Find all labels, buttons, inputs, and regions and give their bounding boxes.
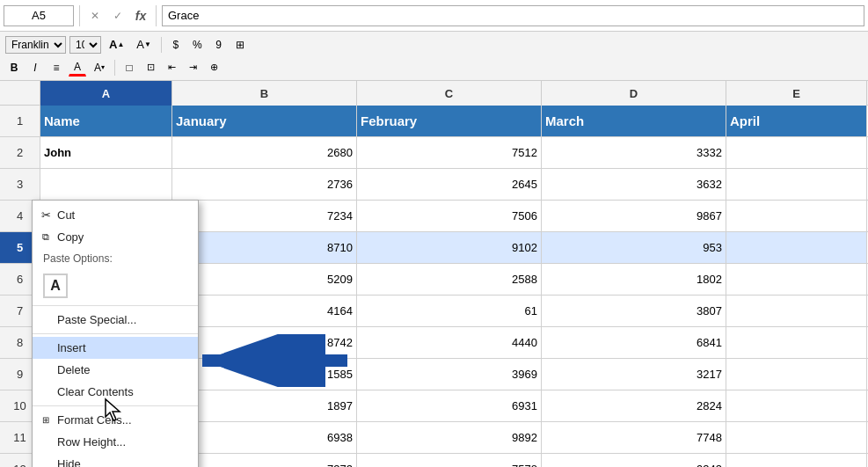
cell-c6[interactable]: 2588 xyxy=(357,264,542,295)
context-menu-paste-special[interactable]: Paste Special... xyxy=(33,309,198,331)
merge-button[interactable]: ⊡ xyxy=(142,59,159,77)
align-button[interactable]: ≡ xyxy=(47,59,65,77)
cell-b7[interactable]: 4164 xyxy=(172,296,357,326)
fill-color-button[interactable]: A▾ xyxy=(90,59,109,77)
col-header-c[interactable]: C xyxy=(357,81,542,106)
row-height-label: Row Height... xyxy=(57,435,126,449)
ribbon-row-2: B I ≡ A A▾ □ ⊡ ⇤ ⇥ ⊕ xyxy=(5,56,863,79)
cell-d9[interactable]: 3217 xyxy=(542,359,726,390)
row-num-1: 1 xyxy=(0,106,40,136)
cell-e7[interactable] xyxy=(726,296,867,326)
cell-d4[interactable]: 9867 xyxy=(542,201,726,231)
context-menu-paste-options-label: Paste Options: xyxy=(33,248,198,269)
border-button[interactable]: □ xyxy=(120,59,138,77)
cell-b4[interactable]: 7234 xyxy=(172,201,357,231)
context-menu-cut[interactable]: ✂ Cut xyxy=(33,204,198,226)
increase-font-button[interactable]: A▲ xyxy=(105,36,128,54)
context-menu-row-height[interactable]: Row Height... xyxy=(33,431,198,453)
cell-e10[interactable] xyxy=(726,390,867,421)
cell-e3[interactable] xyxy=(726,169,867,200)
cell-c11[interactable]: 9892 xyxy=(357,422,542,453)
currency-button[interactable]: $ xyxy=(167,36,185,54)
cell-c3[interactable]: 2645 xyxy=(357,169,542,200)
paste-icon-box: A xyxy=(43,274,68,298)
cell-d3[interactable]: 3632 xyxy=(542,169,726,200)
separator xyxy=(79,5,80,26)
indent-more-button[interactable]: ⇥ xyxy=(184,59,201,77)
cell-d10[interactable]: 2824 xyxy=(542,390,726,421)
comma-button[interactable]: 9 xyxy=(210,36,228,54)
cell-e11[interactable] xyxy=(726,422,867,453)
cell-c12[interactable]: 7578 xyxy=(357,454,542,467)
context-menu-insert[interactable]: Insert xyxy=(33,337,198,359)
indent-less-button[interactable]: ⇤ xyxy=(163,59,180,77)
cell-b1[interactable]: January xyxy=(172,106,357,136)
hide-label: Hide xyxy=(57,457,81,467)
cell-e8[interactable] xyxy=(726,327,867,358)
cell-e6[interactable] xyxy=(726,264,867,295)
cell-e2[interactable] xyxy=(726,137,867,168)
col-header-d[interactable]: D xyxy=(542,81,726,106)
cell-c1[interactable]: February xyxy=(357,106,542,136)
context-menu-paste-icon[interactable]: A xyxy=(33,269,198,303)
cell-a2[interactable]: John xyxy=(40,137,172,168)
font-color-button[interactable]: A xyxy=(69,59,86,77)
cell-b5[interactable]: 8710 xyxy=(172,232,357,263)
cell-d5[interactable]: 953 xyxy=(542,232,726,263)
formula-input[interactable] xyxy=(162,5,864,26)
cell-d1[interactable]: March xyxy=(542,106,726,136)
cell-e9[interactable] xyxy=(726,359,867,390)
spreadsheet: A B C D E 1 Name January February March … xyxy=(0,81,868,467)
fx-button[interactable]: fx xyxy=(131,6,150,26)
cell-a3[interactable] xyxy=(40,169,172,200)
font-name-select[interactable]: Franklin xyxy=(5,36,66,54)
cell-e12[interactable] xyxy=(726,454,867,467)
cell-b2[interactable]: 2680 xyxy=(172,137,357,168)
decrease-font-button[interactable]: A▼ xyxy=(132,36,156,54)
cell-c2[interactable]: 7512 xyxy=(357,137,542,168)
clear-contents-label: Clear Contents xyxy=(57,385,134,398)
cell-e5[interactable] xyxy=(726,232,867,263)
cell-c10[interactable]: 6931 xyxy=(357,390,542,421)
context-menu-delete[interactable]: Delete xyxy=(33,359,198,381)
confirm-button[interactable]: ✓ xyxy=(108,6,128,26)
cell-d11[interactable]: 7748 xyxy=(542,422,726,453)
cell-b6[interactable]: 5209 xyxy=(172,264,357,295)
cell-b12[interactable]: 7372 xyxy=(172,454,357,467)
number-format-button[interactable]: ⊞ xyxy=(231,36,249,54)
cell-c5[interactable]: 9102 xyxy=(357,232,542,263)
copy-icon: ⧉ xyxy=(38,230,54,245)
cell-d8[interactable]: 6841 xyxy=(542,327,726,358)
format-cells-icon: ⊞ xyxy=(38,412,54,428)
cell-b3[interactable]: 2736 xyxy=(172,169,357,200)
italic-button[interactable]: I xyxy=(26,59,44,77)
col-header-e[interactable]: E xyxy=(726,81,867,106)
table-row: 2 John 2680 7512 3332 xyxy=(0,137,868,169)
cell-c9[interactable]: 3969 xyxy=(357,359,542,390)
context-menu-hide[interactable]: Hide xyxy=(33,453,198,467)
bold-button[interactable]: B xyxy=(5,59,23,77)
cell-d12[interactable]: 9343 xyxy=(542,454,726,467)
ribbon-divider-1 xyxy=(161,37,162,53)
col-header-b[interactable]: B xyxy=(172,81,357,106)
cut-label: Cut xyxy=(57,208,75,222)
cell-b11[interactable]: 6938 xyxy=(172,422,357,453)
cell-d7[interactable]: 3807 xyxy=(542,296,726,326)
cell-c7[interactable]: 61 xyxy=(357,296,542,326)
percent-button[interactable]: % xyxy=(188,36,207,54)
cell-c8[interactable]: 4440 xyxy=(357,327,542,358)
font-size-select[interactable]: 10 xyxy=(69,36,101,54)
cell-e1[interactable]: April xyxy=(726,106,867,136)
cell-d2[interactable]: 3332 xyxy=(542,137,726,168)
cancel-button[interactable]: ✕ xyxy=(85,6,105,26)
cell-d6[interactable]: 1802 xyxy=(542,264,726,295)
name-box[interactable] xyxy=(4,5,74,26)
cell-c4[interactable]: 7506 xyxy=(357,201,542,231)
ribbon-divider-2 xyxy=(114,60,115,76)
cell-e4[interactable] xyxy=(726,201,867,231)
cell-b10[interactable]: 1897 xyxy=(172,390,357,421)
extra-btn-1[interactable]: ⊕ xyxy=(205,59,222,77)
context-menu-copy[interactable]: ⧉ Copy xyxy=(33,226,198,248)
cell-a1[interactable]: Name xyxy=(40,106,172,136)
col-header-a[interactable]: A xyxy=(40,81,172,106)
